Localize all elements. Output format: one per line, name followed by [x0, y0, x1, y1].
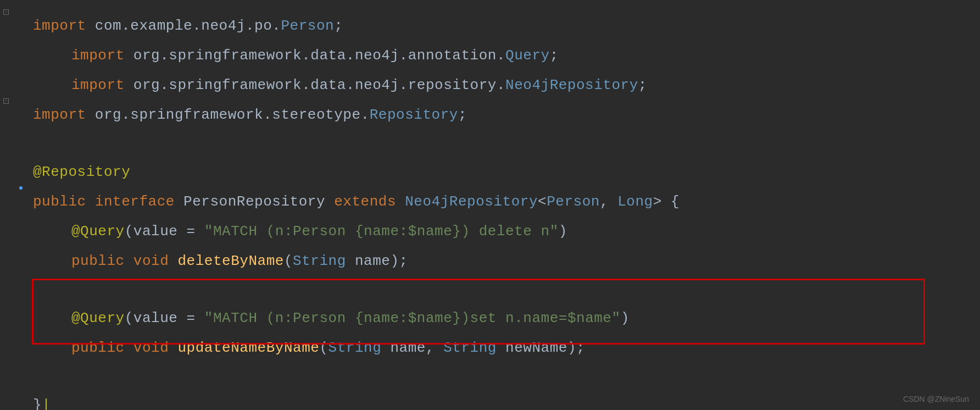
code-line: import org.springframework.data.neo4j.an… — [0, 41, 980, 70]
code-content: }| — [27, 391, 980, 410]
code-line — [0, 276, 980, 303]
token-special-class: Neo4jRepository — [405, 193, 538, 210]
token-special-class: String — [328, 340, 391, 356]
code-line: import org.springframework.data.neo4j.re… — [0, 70, 980, 100]
fold-icon[interactable]: − — [2, 8, 10, 16]
code-line: @Query(value = "MATCH (n:Person {name:$n… — [0, 217, 980, 246]
token-special-class: String — [293, 253, 355, 269]
token-plain: ; — [458, 107, 467, 123]
token-method-name: updateNameByName — [177, 340, 319, 356]
token-plain: ( — [319, 340, 328, 356]
token-plain: ( — [284, 253, 293, 269]
token-annotation: @Query — [71, 310, 125, 326]
token-plain: name); — [355, 253, 408, 269]
token-plain: ; — [334, 18, 343, 34]
code-content: public interface PersonRepository extend… — [27, 188, 980, 215]
token-plain: org.springframework.data.neo4j.annotatio… — [133, 47, 505, 64]
code-content: public void deleteByName(String name); — [27, 247, 980, 275]
token-kw-public: public — [71, 340, 133, 356]
code-content: @Query(value = "MATCH (n:Person {name:$n… — [27, 304, 980, 332]
token-plain: name, — [390, 340, 443, 356]
token-string-val: "MATCH (n:Person {name:$name})set n.name… — [204, 310, 621, 326]
token-plain: com.example.neo4j.po. — [95, 18, 281, 34]
code-content: import org.springframework.stereotype.Re… — [27, 101, 980, 129]
token-plain: ; — [638, 77, 647, 93]
token-special-class: String — [443, 340, 505, 356]
breakpoint-indicator — [19, 186, 23, 190]
token-plain: , — [600, 193, 617, 210]
token-annotation: @Query — [71, 223, 125, 240]
token-special-class: Neo4jRepository — [505, 77, 638, 93]
code-line: −import org.springframework.stereotype.R… — [0, 100, 980, 130]
code-content: import org.springframework.data.neo4j.an… — [27, 42, 980, 69]
token-plain: > { — [653, 193, 680, 210]
token-annotation: @Repository — [33, 164, 130, 180]
code-line: @Repository — [0, 157, 980, 187]
token-kw-import: import — [33, 107, 95, 123]
fold-icon[interactable]: − — [2, 97, 10, 105]
token-plain: PersonRepository — [183, 193, 334, 210]
token-plain: ) — [559, 223, 567, 240]
code-line: @Query(value = "MATCH (n:Person {name:$n… — [0, 303, 980, 333]
code-content: public void updateNameByName(String name… — [27, 334, 980, 362]
token-method-name: deleteByName — [177, 253, 283, 269]
code-content: import com.example.neo4j.po.Person; — [27, 12, 980, 40]
token-kw-import: import — [71, 47, 133, 64]
token-special-class: Person — [281, 18, 334, 34]
token-plain: } — [33, 397, 42, 410]
token-plain: (value = — [125, 310, 204, 326]
token-plain: org.springframework.stereotype. — [95, 107, 370, 123]
code-line: }| — [0, 390, 980, 410]
token-special-class: Long — [617, 193, 653, 210]
token-kw-void: void — [133, 340, 178, 356]
token-annotation: | — [42, 397, 51, 410]
token-special-class: Repository — [370, 107, 458, 123]
code-line: public void updateNameByName(String name… — [0, 333, 980, 363]
code-content: @Repository — [27, 158, 980, 186]
token-kw-void: void — [133, 253, 178, 269]
token-kw-extends: extends — [334, 193, 405, 210]
token-kw-interface: interface — [95, 193, 183, 210]
code-line: public interface PersonRepository extend… — [0, 187, 980, 217]
token-special-class: Query — [505, 47, 550, 64]
token-plain: org.springframework.data.neo4j.repositor… — [133, 77, 505, 93]
token-special-class: Person — [547, 193, 600, 210]
token-kw-public: public — [33, 193, 95, 210]
code-line: public void deleteByName(String name); — [0, 246, 980, 276]
token-plain: (value = — [125, 223, 204, 240]
code-line — [0, 130, 980, 157]
code-line: −import com.example.neo4j.po.Person; — [0, 11, 980, 41]
token-plain: ; — [550, 47, 559, 64]
code-content: @Query(value = "MATCH (n:Person {name:$n… — [27, 218, 980, 245]
code-editor: −import com.example.neo4j.po.Person;impo… — [0, 0, 980, 410]
token-plain: newName); — [505, 340, 585, 356]
code-line — [0, 363, 980, 390]
token-kw-public: public — [71, 253, 133, 269]
token-plain: < — [538, 193, 547, 210]
token-plain: ) — [621, 310, 630, 326]
token-string-val: "MATCH (n:Person {name:$name}) delete n" — [204, 223, 559, 240]
watermark: CSDN @ZNineSun — [903, 395, 969, 403]
code-content: import org.springframework.data.neo4j.re… — [27, 71, 980, 99]
token-kw-import: import — [71, 77, 133, 93]
token-kw-import: import — [33, 18, 95, 34]
